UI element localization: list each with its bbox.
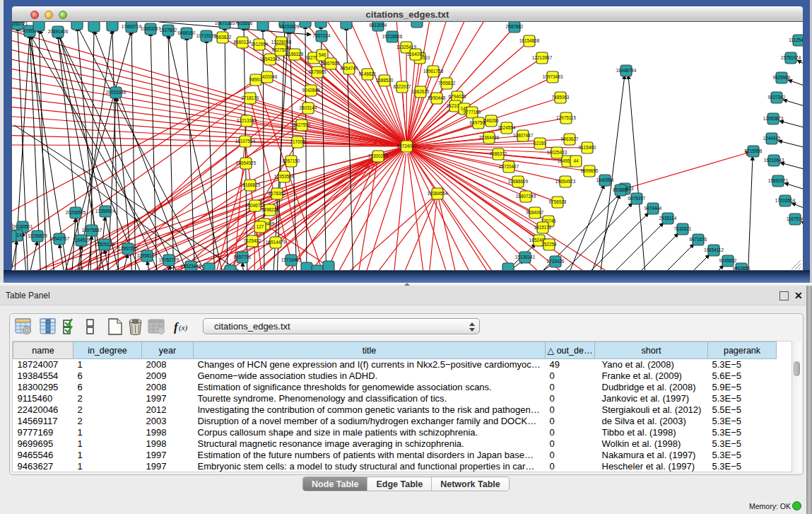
svg-text:12093873: 12093873 bbox=[763, 116, 784, 121]
svg-text:15720407: 15720407 bbox=[499, 164, 519, 169]
svg-text:18300295: 18300295 bbox=[368, 153, 389, 158]
svg-text:19384554: 19384554 bbox=[428, 191, 448, 196]
svg-text:8267150: 8267150 bbox=[283, 158, 300, 163]
svg-text:893889: 893889 bbox=[613, 187, 628, 192]
svg-text:16961758: 16961758 bbox=[423, 69, 444, 74]
svg-text:1588520: 1588520 bbox=[376, 78, 394, 83]
svg-text:6794028: 6794028 bbox=[449, 94, 466, 99]
svg-text:7485063: 7485063 bbox=[552, 95, 570, 100]
svg-text:17957225: 17957225 bbox=[118, 246, 139, 251]
svg-text:18724007: 18724007 bbox=[396, 144, 417, 148]
svg-text:7357224: 7357224 bbox=[313, 33, 331, 38]
svg-text:15136141: 15136141 bbox=[515, 255, 536, 259]
svg-text:10671355: 10671355 bbox=[215, 22, 235, 25]
svg-text:2987682: 2987682 bbox=[506, 24, 524, 29]
svg-text:8454749: 8454749 bbox=[341, 66, 358, 71]
svg-text:8990448: 8990448 bbox=[428, 95, 446, 100]
svg-text:8471676: 8471676 bbox=[690, 237, 707, 242]
svg-text:16210643: 16210643 bbox=[764, 158, 784, 163]
svg-text:20053346: 20053346 bbox=[106, 90, 126, 95]
svg-text:9899695: 9899695 bbox=[581, 168, 599, 173]
svg-text:9777169: 9777169 bbox=[464, 110, 481, 115]
svg-text:546: 546 bbox=[319, 52, 326, 57]
svg-text:12505135: 12505135 bbox=[95, 242, 115, 247]
svg-text:7625402: 7625402 bbox=[244, 238, 261, 243]
svg-text:10958107: 10958107 bbox=[137, 253, 158, 258]
svg-text:20364436: 20364436 bbox=[479, 135, 500, 140]
svg-text:12923448: 12923448 bbox=[181, 264, 201, 269]
svg-text:16448784: 16448784 bbox=[616, 68, 637, 73]
svg-text:44: 44 bbox=[573, 158, 579, 163]
svg-text:12942757: 12942757 bbox=[49, 236, 70, 241]
svg-text:19654923: 19654923 bbox=[555, 179, 576, 184]
svg-text:9115460: 9115460 bbox=[579, 145, 596, 150]
svg-text:9242848: 9242848 bbox=[302, 88, 320, 93]
svg-text:1244415: 1244415 bbox=[763, 136, 781, 141]
svg-text:10025433: 10025433 bbox=[547, 150, 567, 155]
svg-text:9657791: 9657791 bbox=[234, 255, 252, 259]
svg-text:8215958: 8215958 bbox=[745, 148, 763, 153]
svg-text:16782759: 16782759 bbox=[159, 257, 180, 262]
svg-text:17359924: 17359924 bbox=[95, 209, 116, 214]
svg-text:19166825: 19166825 bbox=[240, 182, 261, 187]
svg-text:18807249: 18807249 bbox=[516, 194, 536, 199]
svg-text:10975887: 10975887 bbox=[82, 228, 102, 233]
svg-text:9756928: 9756928 bbox=[549, 199, 567, 204]
svg-text:3624554: 3624554 bbox=[498, 125, 516, 130]
svg-text:8186328: 8186328 bbox=[286, 52, 304, 57]
svg-text:9227342: 9227342 bbox=[768, 95, 786, 100]
svg-text:746266: 746266 bbox=[483, 118, 499, 123]
svg-text:10654112: 10654112 bbox=[704, 247, 724, 252]
svg-text:2803144: 2803144 bbox=[300, 105, 317, 110]
svg-text:1164093: 1164093 bbox=[407, 52, 425, 57]
svg-text:16033809: 16033809 bbox=[279, 24, 300, 29]
svg-text:16543342: 16543342 bbox=[260, 57, 281, 62]
svg-text:10688609: 10688609 bbox=[508, 179, 529, 184]
svg-text:10807487: 10807487 bbox=[513, 133, 534, 138]
svg-text:9474444: 9474444 bbox=[645, 206, 662, 211]
svg-text:1640954: 1640954 bbox=[596, 177, 614, 182]
svg-text:9245652: 9245652 bbox=[719, 258, 737, 263]
svg-text:12353594: 12353594 bbox=[274, 174, 295, 179]
svg-text:15751074: 15751074 bbox=[781, 55, 801, 60]
svg-text:6479197: 6479197 bbox=[628, 196, 646, 201]
svg-text:12975115: 12975115 bbox=[556, 115, 576, 120]
svg-text:1164519: 1164519 bbox=[73, 238, 90, 243]
svg-text:20206535: 20206535 bbox=[66, 210, 86, 215]
svg-text:8322037: 8322037 bbox=[394, 84, 411, 89]
svg-text:7632621: 7632621 bbox=[674, 226, 692, 231]
svg-text:217006: 217006 bbox=[290, 139, 305, 144]
svg-text:127: 127 bbox=[257, 224, 264, 229]
svg-text:7663822: 7663822 bbox=[214, 35, 232, 40]
svg-text:9529966: 9529966 bbox=[773, 75, 791, 80]
svg-text:3912954: 3912954 bbox=[251, 42, 269, 47]
svg-text:12213967: 12213967 bbox=[532, 55, 553, 60]
svg-text:26160501: 26160501 bbox=[13, 224, 33, 229]
svg-text:8678352: 8678352 bbox=[269, 191, 286, 196]
svg-text:16914479: 16914479 bbox=[266, 240, 286, 245]
svg-text:3498222: 3498222 bbox=[261, 207, 279, 212]
svg-text:2867608: 2867608 bbox=[322, 61, 340, 66]
svg-text:8660124: 8660124 bbox=[234, 40, 252, 45]
svg-text:19218506: 19218506 bbox=[382, 34, 403, 39]
svg-text:17016504: 17016504 bbox=[775, 198, 796, 203]
svg-text:17493719: 17493719 bbox=[122, 24, 142, 29]
svg-text:1733426: 1733426 bbox=[547, 259, 565, 264]
svg-text:12213349: 12213349 bbox=[237, 118, 257, 123]
svg-text:9463627: 9463627 bbox=[561, 136, 579, 141]
svg-text:9146821: 9146821 bbox=[359, 71, 377, 76]
svg-text:1167534: 1167534 bbox=[787, 216, 803, 221]
svg-text:8427552: 8427552 bbox=[293, 122, 311, 127]
svg-text:20691406: 20691406 bbox=[48, 29, 69, 34]
svg-text:16107554: 16107554 bbox=[235, 139, 256, 144]
svg-text:16154808: 16154808 bbox=[519, 38, 540, 43]
svg-text:7515526: 7515526 bbox=[235, 22, 253, 25]
svg-text:(x): (x) bbox=[179, 323, 188, 332]
svg-text:7955812: 7955812 bbox=[438, 81, 456, 86]
svg-text:98901: 98901 bbox=[249, 77, 262, 82]
svg-text:1815172: 1815172 bbox=[534, 225, 552, 230]
svg-text:9684067: 9684067 bbox=[526, 210, 544, 215]
svg-text:11156829: 11156829 bbox=[28, 233, 47, 238]
svg-text:3375685: 3375685 bbox=[309, 69, 326, 74]
svg-text:9463655: 9463655 bbox=[733, 266, 751, 270]
